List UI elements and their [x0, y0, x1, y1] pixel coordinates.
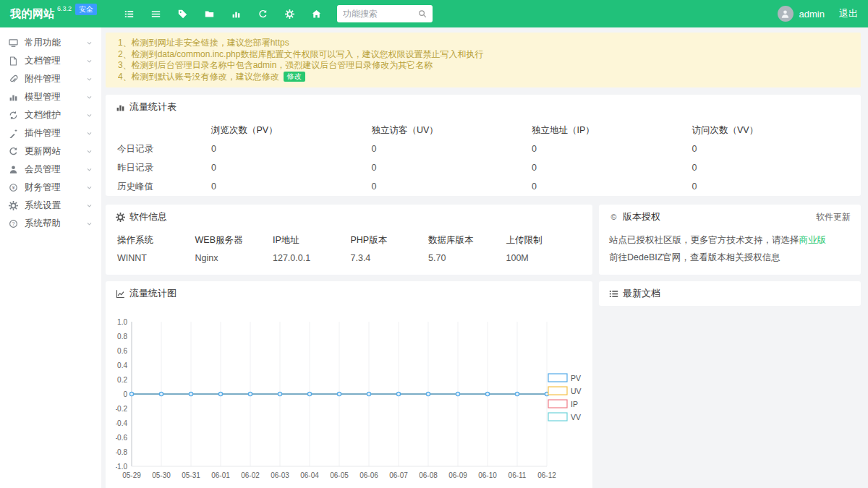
fix-badge[interactable]: 修改 [284, 72, 305, 82]
svg-text:05-30: 05-30 [152, 471, 171, 479]
sidebar-menu: 常用功能文档管理附件管理模型管理文档维护插件管理更新网站会员管理¥财务管理系统设… [0, 27, 101, 488]
svg-text:06-11: 06-11 [509, 471, 527, 479]
sidebar-item-label: 更新网站 [25, 145, 61, 158]
sidebar-item-label: 系统帮助 [25, 218, 61, 230]
svg-text:PV: PV [571, 374, 581, 382]
home-icon[interactable] [312, 9, 321, 19]
svg-text:©: © [611, 213, 617, 221]
svg-text:06-01: 06-01 [211, 471, 230, 479]
sidebar-item-documents[interactable]: 文档管理 [0, 52, 101, 70]
chevron-down-icon [86, 58, 93, 64]
copyright-icon: © [609, 213, 618, 222]
chart-icon [9, 93, 18, 102]
svg-text:-0.8: -0.8 [116, 448, 127, 456]
sidebar-item-site-update[interactable]: 更新网站 [0, 142, 101, 160]
svg-text:0: 0 [123, 390, 127, 398]
notice-line: 1、检测到网址非安全链接，建议您部署https [118, 38, 848, 49]
navbar-icons [124, 9, 321, 19]
search-input[interactable] [343, 9, 418, 19]
sidebar-item-label: 文档管理 [25, 55, 61, 67]
legend-item-uv[interactable]: UV [548, 387, 582, 395]
sidebar-item-label: 模型管理 [25, 91, 61, 103]
traffic-chart-header: 流量统计图 [106, 281, 592, 306]
traffic-table: 浏览次数（PV）独立访客（UV）独立地址（IP）访问次数（VV）今日记录0000… [116, 121, 851, 196]
line-chart-icon [116, 289, 125, 299]
svg-text:06-05: 06-05 [330, 471, 349, 479]
sidebar-item-plugins[interactable]: 插件管理 [0, 124, 101, 142]
tag-icon[interactable] [178, 9, 187, 19]
legend-item-ip[interactable]: IP [548, 400, 578, 408]
cogs-icon [116, 213, 125, 222]
search-box[interactable] [337, 5, 433, 22]
safe-badge[interactable]: 安全 [75, 4, 97, 15]
version-label: 6.3.2 [57, 5, 72, 12]
chevron-down-icon [86, 184, 93, 191]
sidebar-item-common[interactable]: 常用功能 [0, 34, 101, 52]
traffic-chart-card: 流量统计图 1.00.80.60.40.20-0.2-0.4-0.6-0.8-1… [106, 281, 592, 488]
file-icon [9, 56, 18, 66]
folder-icon[interactable] [205, 9, 214, 19]
card-title: 版本授权 [623, 210, 660, 223]
sidebar-item-maintenance[interactable]: 文档维护 [0, 106, 101, 124]
svg-text:06-04: 06-04 [300, 471, 319, 479]
sidebar-item-models[interactable]: 模型管理 [0, 88, 101, 106]
menu-icon[interactable] [151, 9, 161, 19]
latest-docs-header: 最新文档 [599, 281, 861, 306]
svg-text:1.0: 1.0 [117, 318, 127, 326]
sidebar-item-label: 常用功能 [25, 37, 61, 49]
svg-text:-0.2: -0.2 [116, 405, 127, 413]
sidebar-item-settings[interactable]: 系统设置 [0, 197, 101, 215]
chevron-down-icon [86, 40, 93, 46]
user-icon [780, 9, 790, 19]
stream-icon[interactable] [124, 9, 134, 19]
sidebar-item-label: 财务管理 [25, 181, 61, 194]
sidebar-item-help[interactable]: ?系统帮助 [0, 215, 101, 233]
svg-text:05-31: 05-31 [182, 471, 200, 479]
traffic-stats-card: 流量统计表 浏览次数（PV）独立访客（UV）独立地址（IP）访问次数（VV）今日… [106, 95, 861, 196]
gear-icon [9, 201, 18, 210]
svg-text:06-10: 06-10 [478, 471, 497, 479]
refresh-icon[interactable] [258, 9, 268, 19]
chevron-down-icon [86, 148, 93, 155]
sidebar-item-label: 会员管理 [25, 163, 61, 176]
license-body: 站点已授权社区版，更多官方技术支持，请选择商业版 前往DedeBIZ官网，查看版… [599, 229, 861, 275]
legend-item-pv[interactable]: PV [548, 374, 581, 382]
svg-text:IP: IP [571, 400, 578, 408]
svg-text:06-08: 06-08 [419, 471, 438, 479]
card-title: 最新文档 [623, 287, 660, 300]
magic-icon [9, 129, 18, 138]
question-icon: ? [9, 219, 18, 228]
sidebar-item-members[interactable]: 会员管理 [0, 160, 101, 179]
sidebar-item-label: 系统设置 [25, 200, 61, 212]
navbar-user-area: admin 退出 [778, 6, 858, 22]
paperclip-icon [9, 74, 18, 84]
card-title: 流量统计表 [129, 100, 176, 114]
search-icon[interactable] [418, 9, 427, 18]
svg-text:?: ? [12, 221, 14, 227]
avatar[interactable] [778, 6, 793, 22]
svg-text:06-02: 06-02 [241, 471, 260, 479]
refresh-icon [9, 147, 18, 156]
legend-item-vv[interactable]: VV [548, 413, 581, 421]
gear-icon[interactable] [285, 9, 294, 19]
software-table-header-row: 操作系统WEB服务器IP地址PHP版本数据库版本上传限制 [116, 231, 582, 249]
license-line-2: 前往DedeBIZ官网，查看版本相关授权信息 [609, 249, 851, 266]
notice-line: 2、检测到data/common.inc.php数据库配置文件权限可以写入，建议… [118, 49, 848, 61]
software-update-link[interactable]: 软件更新 [816, 211, 851, 223]
sidebar-item-attachments[interactable]: 附件管理 [0, 70, 101, 88]
bar-chart-icon[interactable] [231, 9, 241, 19]
svg-text:-0.4: -0.4 [116, 419, 127, 427]
username[interactable]: admin [799, 9, 825, 20]
sidebar-item-finance[interactable]: ¥财务管理 [0, 179, 101, 197]
card-title: 软件信息 [129, 210, 167, 223]
traffic-stats-header: 流量统计表 [106, 95, 861, 119]
svg-text:06-12: 06-12 [537, 471, 556, 479]
traffic-table-row: 昨日记录0000 [116, 158, 851, 177]
logout-link[interactable]: 退出 [839, 7, 858, 20]
svg-text:06-03: 06-03 [271, 471, 289, 479]
traffic-chart: 1.00.80.60.40.20-0.2-0.4-0.6-0.8-1.005-2… [116, 307, 582, 487]
main-content: 1、检测到网址非安全链接，建议您部署https2、检测到data/common.… [101, 27, 868, 488]
desktop-icon [9, 38, 18, 48]
commercial-version-link[interactable]: 商业版 [799, 235, 827, 245]
notice-line: 3、检测到后台管理目录名称中包含admin，强烈建议后台管理目录修改为其它名称 [118, 60, 848, 72]
